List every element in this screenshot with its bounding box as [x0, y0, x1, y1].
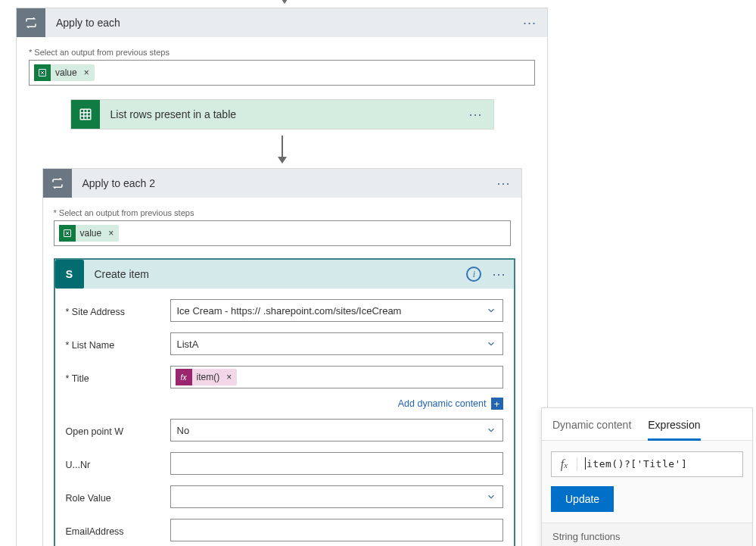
card-title: List rows present in a table	[100, 108, 459, 120]
chip-text: value	[76, 228, 107, 239]
site-address-label: Site Address	[66, 304, 170, 317]
unr-label: U...Nr	[66, 457, 170, 470]
role-value-select[interactable]	[170, 485, 503, 508]
list-rows-card[interactable]: List rows present in a table ···	[70, 99, 494, 129]
site-address-select[interactable]: Ice Cream - https:// .sharepoint.com/sit…	[170, 299, 503, 322]
tab-expression[interactable]: Expression	[648, 414, 700, 441]
select-output-input[interactable]: value ×	[29, 60, 535, 86]
loop-icon	[17, 8, 45, 37]
list-name-value: ListA	[177, 339, 199, 350]
create-item-header[interactable]: S Create item i ···	[55, 260, 514, 289]
role-value-label: Role Value	[66, 490, 170, 504]
select-output-label: Select an output from previous steps	[54, 208, 511, 217]
chevron-down-icon	[486, 339, 496, 349]
create-item-card: S Create item i ··· Site Address	[54, 258, 515, 546]
chip-remove-icon[interactable]: ×	[106, 228, 116, 239]
excel-icon	[71, 100, 100, 129]
flow-arrow-icon	[278, 136, 287, 164]
card-menu-button[interactable]: ···	[459, 108, 493, 121]
card-menu-button[interactable]: ···	[512, 16, 547, 30]
select-output-input[interactable]: value ×	[54, 220, 511, 246]
card-title: Apply to each 2	[72, 177, 487, 189]
chevron-down-icon	[486, 491, 496, 502]
open-point-w-select[interactable]: No	[170, 419, 503, 441]
chip-remove-icon[interactable]: ×	[224, 372, 234, 382]
sharepoint-icon: S	[55, 260, 84, 289]
add-dynamic-content-link[interactable]: Add dynamic content +	[55, 398, 503, 410]
chip-remove-icon[interactable]: ×	[82, 67, 92, 78]
site-address-value: Ice Cream - https:// .sharepoint.com/sit…	[177, 305, 402, 317]
excel-icon	[59, 225, 76, 242]
update-button[interactable]: Update	[551, 486, 614, 512]
token-chip[interactable]: value ×	[34, 64, 95, 81]
unr-input[interactable]	[170, 452, 503, 475]
info-icon[interactable]: i	[466, 267, 481, 282]
string-functions-section[interactable]: String functions	[542, 523, 752, 546]
excel-icon	[34, 64, 51, 81]
apply-to-each-card: Apply to each ··· Select an output from …	[16, 8, 548, 546]
token-chip[interactable]: value ×	[59, 225, 120, 242]
list-name-label: List Name	[66, 337, 170, 351]
chevron-down-icon	[486, 425, 496, 435]
apply-to-each-2-header[interactable]: Apply to each 2 ···	[43, 169, 521, 198]
chevron-down-icon	[486, 305, 496, 316]
card-menu-button[interactable]: ···	[487, 176, 521, 190]
expression-input[interactable]: fx item()?['Title']	[551, 451, 743, 477]
card-title: Apply to each	[45, 17, 512, 29]
title-label: Title	[66, 370, 170, 384]
select-output-label: Select an output from previous steps	[29, 48, 535, 57]
apply-to-each-header[interactable]: Apply to each ···	[17, 8, 547, 37]
apply-to-each-2-card: Apply to each 2 ··· Select an output fro…	[42, 168, 522, 546]
expression-panel: Dynamic content Expression fx item()?['T…	[541, 407, 753, 546]
email-address-input[interactable]	[170, 519, 503, 541]
email-address-label: EmailAddress	[66, 523, 170, 537]
expression-text: item()?['Title']	[577, 458, 742, 471]
plus-icon: +	[491, 398, 503, 410]
fx-icon: fx	[176, 369, 192, 385]
list-name-select[interactable]: ListA	[170, 332, 503, 355]
title-input[interactable]: fx item() ×	[170, 366, 503, 388]
loop-icon	[43, 169, 72, 198]
fx-icon: fx	[552, 457, 577, 471]
open-point-w-value: No	[177, 425, 190, 436]
chip-text: value	[51, 67, 82, 78]
card-title: Create item	[84, 268, 467, 280]
chip-text: item()	[192, 372, 225, 382]
expression-chip[interactable]: fx item() ×	[176, 369, 238, 385]
tab-dynamic-content[interactable]: Dynamic content	[552, 414, 631, 440]
card-menu-button[interactable]: ···	[492, 267, 506, 281]
svg-rect-1	[80, 109, 91, 120]
open-point-w-label: Open point W	[66, 423, 170, 437]
